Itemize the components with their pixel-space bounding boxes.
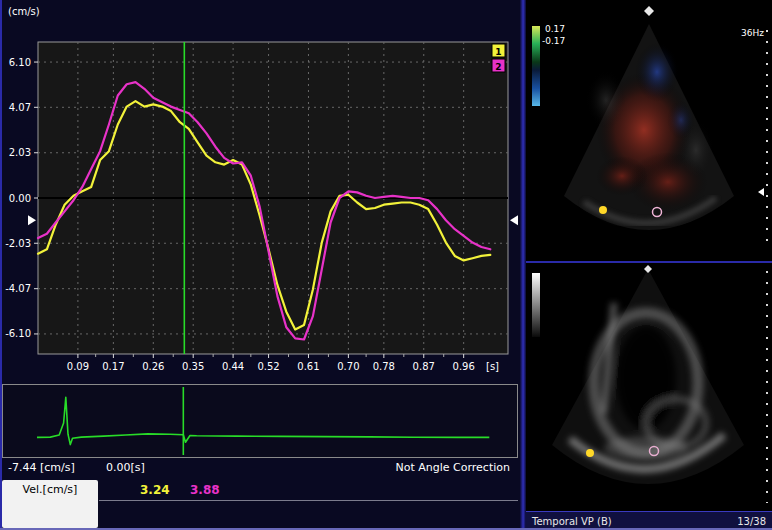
y-tick-label: -2.03 xyxy=(5,238,31,249)
y-tick-label: -6.10 xyxy=(5,328,31,339)
depth-ruler xyxy=(766,30,768,250)
doppler-image-panel: 0.17 -0.17 36Hz xyxy=(526,0,772,261)
velocity-scale-readout: -7.44 [cm/s] xyxy=(8,461,75,474)
color-scale-bar xyxy=(532,26,540,106)
y-tick-label: 0.00 xyxy=(9,193,31,204)
x-tick-label: 0.70 xyxy=(337,361,359,372)
baseline-marker-left[interactable] xyxy=(28,215,36,225)
x-tick-label: 0.17 xyxy=(102,361,124,372)
measurement-row-label: Vel.[cm/s] xyxy=(23,483,78,496)
velocity-value-2: 3.88 xyxy=(190,483,220,497)
y-tick-label: 2.03 xyxy=(9,147,31,158)
x-tick-label: 0.61 xyxy=(297,361,319,372)
baseline-marker-right[interactable] xyxy=(510,215,518,225)
legend-label-1: 1 xyxy=(495,47,501,57)
ecg-trace xyxy=(37,397,489,444)
velocity-value-1: 3.24 xyxy=(140,483,170,497)
frame-counter: 13/38 xyxy=(737,516,766,527)
legend-label-2: 2 xyxy=(495,62,501,72)
grayscale-bar xyxy=(532,273,540,337)
x-tick-label: 0.78 xyxy=(373,361,395,372)
mode-label: Temporal VP (B) xyxy=(532,516,612,527)
apex-marker-icon xyxy=(644,265,652,273)
screen-edge-left xyxy=(0,0,2,530)
bmode-sector-image xyxy=(526,263,772,511)
velocity-scale-min: -0.17 xyxy=(542,36,565,46)
x-tick-label: 0.26 xyxy=(142,361,164,372)
measurement-label-box: Vel.[cm/s] xyxy=(2,480,98,528)
cursor-time-readout: 0.00[s] xyxy=(106,461,145,474)
x-tick-label: 0.52 xyxy=(257,361,279,372)
tissue-echo xyxy=(678,120,714,180)
velocity-scale-max: 0.17 xyxy=(545,24,565,34)
status-row: -7.44 [cm/s] 0.00[s] Not Angle Correctio… xyxy=(2,461,518,477)
depth-ruler xyxy=(766,271,768,503)
y-tick-label: 6.10 xyxy=(9,57,31,68)
x-unit-label: [s] xyxy=(486,361,499,372)
ecg-trace-chart xyxy=(3,385,515,457)
velocity-chart: 6.104.072.030.00-2.03-4.07-6.100.090.170… xyxy=(2,2,520,380)
doppler-flow-region xyxy=(596,156,648,196)
x-tick-label: 0.87 xyxy=(413,361,435,372)
y-tick-label: 4.07 xyxy=(9,102,31,113)
ecg-panel xyxy=(2,384,518,458)
x-tick-label: 0.35 xyxy=(182,361,204,372)
angle-correction-status: Not Angle Correction xyxy=(396,461,510,474)
sample-volume-1-marker[interactable] xyxy=(586,449,594,457)
frame-rate-label: 36Hz xyxy=(741,28,764,38)
focus-marker-icon[interactable] xyxy=(758,188,764,196)
x-tick-label: 0.96 xyxy=(453,361,475,372)
bmode-image-panel xyxy=(526,263,772,511)
echo-quantification-screen: (cm/s) 6.104.072.030.00-2.03-4.07-6.100.… xyxy=(0,0,772,530)
x-tick-label: 0.09 xyxy=(67,361,89,372)
sample-volume-1-marker[interactable] xyxy=(599,206,607,214)
y-axis-unit-label: (cm/s) xyxy=(8,6,40,17)
tissue-echo xyxy=(586,70,626,130)
apex-marker-icon xyxy=(644,6,654,16)
doppler-flow-region xyxy=(635,42,679,102)
measurement-divider-line xyxy=(99,500,518,501)
x-tick-label: 0.44 xyxy=(222,361,244,372)
y-tick-label: -4.07 xyxy=(5,283,31,294)
